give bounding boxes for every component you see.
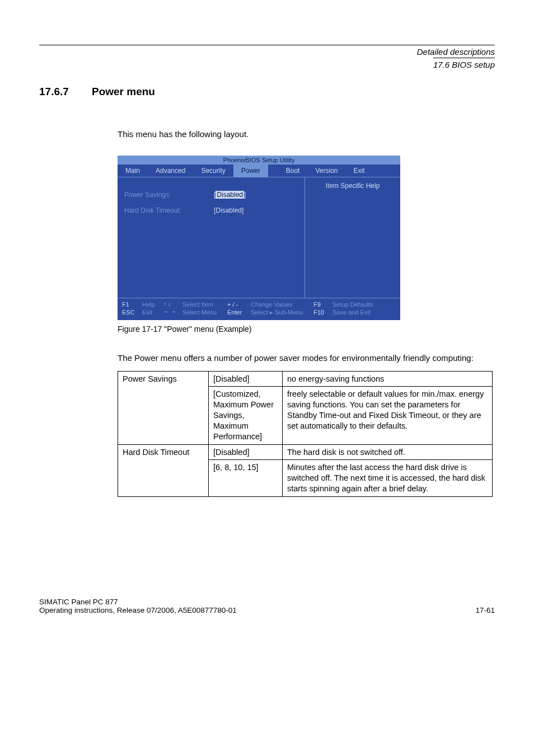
action-exit: Exit xyxy=(142,309,159,316)
bios-footer: F1 ESC Help Exit ↑ ↓ ← → Select Item Sel… xyxy=(118,298,400,320)
action-change-values: Change Values xyxy=(251,301,309,308)
cell-hd-disabled-desc: The hard disk is not switched off. xyxy=(283,444,493,460)
menu-advanced[interactable]: Advanced xyxy=(148,165,193,177)
bios-menubar: Main Advanced Security Power Boot Versio… xyxy=(118,165,400,177)
cell-ps-disabled-desc: no energy-saving functions xyxy=(283,371,493,387)
page-number: 17-61 xyxy=(475,606,495,614)
footer-product: SIMATIC Panel PC 877 xyxy=(39,598,237,606)
action-save-exit: Save and Exit xyxy=(332,309,373,316)
page-header: Detailed descriptions 17.6 BIOS setup xyxy=(39,46,495,70)
menu-security[interactable]: Security xyxy=(193,165,233,177)
header-line1: Detailed descriptions xyxy=(39,46,495,58)
key-enter: Enter xyxy=(227,309,246,316)
cell-hd-timeout: Hard Disk Timeout xyxy=(118,444,209,496)
cell-power-savings: Power Savings xyxy=(118,371,209,444)
key-plusminus: + / - xyxy=(227,301,246,308)
paragraph-power-menu: The Power menu offers a number of power … xyxy=(118,353,495,364)
header-line2: 17.6 BIOS setup xyxy=(433,58,495,71)
cell-ps-options-desc: freely selectable or default values for … xyxy=(283,387,493,444)
key-leftright: ← → xyxy=(163,308,178,314)
key-f10: F10 xyxy=(313,309,328,316)
menu-main[interactable]: Main xyxy=(118,165,148,177)
intro-text: This menu has the following layout. xyxy=(118,129,495,140)
hard-disk-timeout-value[interactable]: [Disabled] xyxy=(214,206,243,214)
cell-hd-disabled: [Disabled] xyxy=(209,444,283,460)
section-title: Power menu xyxy=(92,86,155,98)
menu-boot[interactable]: Boot xyxy=(278,165,308,177)
bios-screenshot: PhoenixBIOS Setup Utility Main Advanced … xyxy=(118,156,400,320)
action-setup-defaults: Setup Defaults xyxy=(332,301,373,308)
footer-doc-info: Operating instructions, Release 07/2006,… xyxy=(39,606,237,614)
key-updown: ↑ ↓ xyxy=(163,301,178,307)
key-f1: F1 xyxy=(122,301,138,308)
menu-version[interactable]: Version xyxy=(307,165,345,177)
cell-hd-minutes: [6, 8, 10, 15] xyxy=(209,460,283,497)
key-f9: F9 xyxy=(313,301,328,308)
cell-ps-disabled: [Disabled] xyxy=(209,371,283,387)
action-help: Help xyxy=(142,301,159,308)
action-select-item: Select Item xyxy=(182,301,223,308)
figure-caption: Figure 17-17 "Power" menu (Example) xyxy=(118,325,495,334)
key-esc: ESC xyxy=(122,309,138,316)
menu-power[interactable]: Power xyxy=(233,165,268,177)
action-select-menu: Select Menu xyxy=(182,309,223,316)
help-panel-title: Item Specific Help xyxy=(311,182,395,190)
settings-table: Power Savings [Disabled] no energy-savin… xyxy=(118,371,493,497)
cell-hd-minutes-desc: Minutes after the last access the hard d… xyxy=(283,460,493,497)
bios-title: PhoenixBIOS Setup Utility xyxy=(118,156,400,165)
power-savings-label: Power Savings: xyxy=(124,191,214,199)
hard-disk-timeout-label: Hard Disk Timeout: xyxy=(124,206,214,214)
power-savings-value[interactable]: [Disabled] xyxy=(214,191,246,199)
cell-ps-options: [Customized, Maximum Power Savings, Maxi… xyxy=(209,387,283,444)
menu-exit[interactable]: Exit xyxy=(345,165,372,177)
action-select-sub: Select ▸ Sub-Menu xyxy=(251,309,309,316)
page-footer: SIMATIC Panel PC 877 Operating instructi… xyxy=(39,598,495,614)
section-number: 17.6.7 xyxy=(39,86,92,98)
